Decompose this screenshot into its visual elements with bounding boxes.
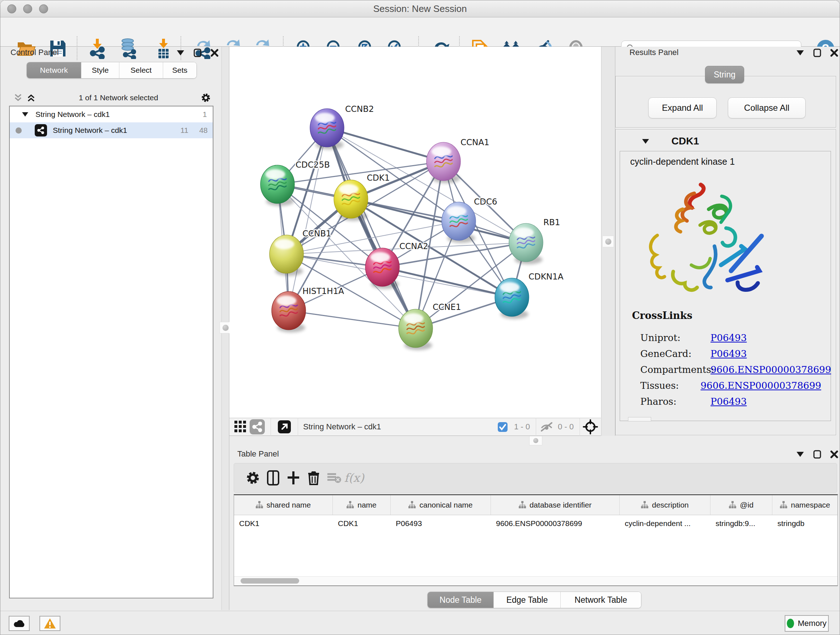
tab-select[interactable]: Select	[119, 62, 163, 78]
expand-all-button[interactable]: Expand All	[648, 97, 717, 119]
function-builder-icon[interactable]: f(x)	[344, 468, 364, 488]
network-node-CDC25B[interactable]: CDC25B	[261, 160, 330, 206]
import-table-button[interactable]	[153, 38, 174, 59]
collection-count: 1	[202, 110, 207, 119]
network-node-CDK1[interactable]: CDK1	[334, 173, 390, 221]
table-cell: P06493	[391, 515, 491, 532]
cloud-icon	[13, 619, 25, 628]
tab-network[interactable]: Network	[27, 62, 81, 78]
tab-string[interactable]: String	[705, 66, 744, 83]
birdseye-crosshair-icon[interactable]	[582, 418, 599, 435]
network-node-count: 11	[180, 126, 188, 135]
node-label-CDK1: CDK1	[367, 173, 390, 182]
collapse-all-button[interactable]: Collapse All	[728, 97, 806, 119]
title-bar: Session: New Session	[0, 0, 840, 17]
crosslink-link[interactable]: P06493	[711, 333, 747, 348]
network-edge[interactable]	[327, 128, 416, 328]
table-gear-icon[interactable]	[243, 468, 263, 488]
column-header-label: canonical name	[419, 501, 472, 509]
add-column-icon[interactable]	[283, 468, 303, 488]
column-header-label: name	[357, 501, 377, 509]
grid-view-icon[interactable]	[232, 418, 249, 435]
network-node-HIST1H1A[interactable]: HIST1H1A	[272, 287, 344, 333]
maximize-panel-icon[interactable]	[813, 48, 822, 57]
network-options-gear-icon[interactable]	[201, 93, 210, 103]
tab-sets[interactable]: Sets	[163, 62, 196, 78]
network-edge[interactable]	[289, 310, 416, 328]
table-panel-tabs: Node TableEdge TableNetwork Table	[427, 592, 641, 608]
crosslink-link[interactable]: 9606.ENSP00000378699	[711, 364, 831, 380]
network-edge[interactable]	[382, 267, 512, 297]
gene-detail-box: cyclin-dependent kinase 1 CrossL	[620, 151, 831, 421]
network-edge[interactable]	[351, 199, 526, 242]
network-edges[interactable]	[278, 128, 526, 328]
collapse-all-icon[interactable]	[13, 93, 23, 103]
expand-all-icon[interactable]	[27, 93, 36, 103]
network-node-CCNE1[interactable]: CCNE1	[399, 302, 461, 350]
memory-button[interactable]: Memory	[785, 615, 829, 632]
network-node-CDKN1A[interactable]: CDKN1A	[495, 272, 564, 319]
table-row[interactable]: CDK1CDK1P064939606.ENSP00000378699cyclin…	[234, 515, 837, 532]
float-panel-icon[interactable]	[796, 48, 805, 57]
gene-expand-icon[interactable]	[642, 139, 649, 144]
selected-checkbox-icon[interactable]	[494, 418, 511, 435]
network-node-CCNA1[interactable]: CCNA1	[426, 138, 489, 183]
control-panel-title: Control Panel	[11, 48, 58, 57]
delete-column-trash-icon[interactable]	[303, 468, 324, 488]
column-header-namespace[interactable]: namespace	[772, 495, 838, 515]
close-panel-icon[interactable]	[210, 48, 219, 57]
float-panel-icon[interactable]	[796, 450, 805, 459]
close-panel-icon[interactable]	[829, 48, 839, 57]
column-header-database-identifier[interactable]: database identifier	[491, 495, 620, 515]
table-toolbar: f(x)	[234, 463, 837, 493]
network-share-icon[interactable]	[249, 418, 265, 435]
maximize-panel-icon[interactable]	[813, 450, 822, 459]
warning-status-button[interactable]	[39, 616, 60, 631]
network-node-CCNB2[interactable]: CCNB2	[310, 104, 374, 149]
crosslink-link[interactable]: P06493	[711, 348, 747, 364]
show-columns-icon[interactable]	[263, 468, 283, 488]
close-panel-icon[interactable]	[829, 450, 839, 459]
network-node-RB1[interactable]: RB1	[509, 218, 560, 264]
column-header-shared-name[interactable]: shared name	[234, 495, 333, 515]
maximize-panel-icon[interactable]	[193, 48, 202, 57]
column-header-name[interactable]: name	[333, 495, 391, 515]
network-edge-count: 48	[199, 126, 208, 135]
table-horizontal-scrollbar[interactable]	[234, 576, 837, 585]
scrollbar-thumb[interactable]	[240, 578, 299, 584]
column-type-icon	[780, 501, 787, 509]
network-selection-row: 1 of 1 Network selected	[9, 91, 213, 105]
network-row-selected[interactable]: String Network – cdk1 11 48	[10, 122, 213, 138]
crosslink-label: Compartments:	[640, 364, 711, 380]
netbar-separator	[271, 418, 271, 436]
cloud-status-button[interactable]	[9, 616, 30, 631]
delete-table-icon[interactable]	[324, 468, 344, 488]
open-in-window-icon[interactable]	[276, 418, 293, 435]
tab-network-table[interactable]: Network Table	[561, 592, 641, 608]
status-bar: Memory	[0, 611, 840, 635]
import-network-button[interactable]	[87, 38, 108, 59]
right-splitter-grip[interactable]	[602, 236, 614, 247]
network-collection-row[interactable]: String Network – cdk1 1	[10, 106, 213, 122]
bottom-splitter-grip[interactable]	[529, 436, 542, 445]
tab-edge-table[interactable]: Edge Table	[494, 592, 561, 608]
hidden-eye-slash-icon[interactable]	[538, 418, 555, 435]
network-edge[interactable]	[327, 128, 444, 162]
tab-style[interactable]: Style	[81, 62, 119, 78]
import-network-from-database-button[interactable]	[118, 38, 140, 59]
network-canvas[interactable]: CCNB2CCNA1CDC25BCDK1CDC6RB1CCNB1CCNA2CDK…	[229, 47, 601, 418]
network-node-CDC6[interactable]: CDC6	[442, 197, 497, 243]
collection-expand-icon[interactable]	[22, 112, 28, 117]
column-header--id[interactable]: @id	[711, 495, 772, 515]
network-row-label: String Network – cdk1	[53, 126, 127, 135]
crosslink-link[interactable]: P06493	[711, 396, 747, 412]
crosslink-label: GeneCard:	[640, 348, 711, 364]
column-header-canonical-name[interactable]: canonical name	[391, 495, 491, 515]
column-header-description[interactable]: description	[620, 495, 711, 515]
gene-description: cyclin-dependent kinase 1	[630, 157, 735, 167]
tab-node-table[interactable]: Node Table	[428, 592, 494, 608]
gene-header-row[interactable]: CDK1	[620, 133, 831, 149]
crosslink-link[interactable]: 9606.ENSP00000378699	[701, 380, 821, 396]
float-panel-icon[interactable]	[176, 48, 185, 57]
table-cell: cyclin-dependent ...	[620, 515, 711, 532]
